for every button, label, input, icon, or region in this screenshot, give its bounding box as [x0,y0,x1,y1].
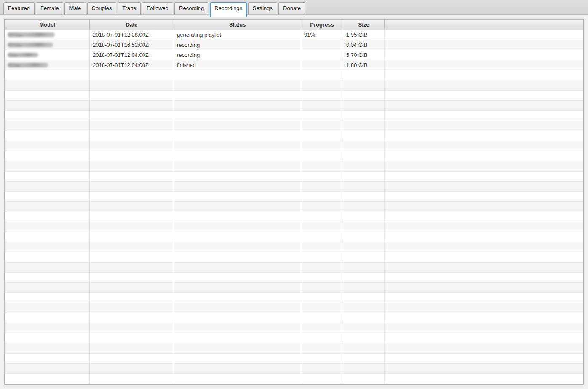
cell-model [5,293,90,303]
redacted-model-name [8,53,38,57]
tab-settings[interactable]: Settings [248,2,277,14]
cell-status [174,232,301,242]
cell-progress [301,273,343,282]
cell-progress [301,141,343,151]
cell-size [343,121,385,131]
cell-model [5,202,90,212]
cell-status [174,212,301,222]
table-row-empty [5,354,583,364]
cell-date [90,252,174,262]
cell-status [174,91,301,100]
cell-model [5,182,90,191]
cell-progress [301,283,343,292]
table-row-empty [5,141,583,151]
cell-filler [385,202,583,212]
column-header-status[interactable]: Status [174,20,301,30]
cell-date [90,151,174,161]
cell-progress [301,263,343,272]
cell-date [90,303,174,313]
cell-status [174,313,301,323]
cell-size [343,364,385,373]
cell-progress [301,343,343,353]
cell-model [5,303,90,313]
table-row-empty [5,151,583,161]
tab-donate[interactable]: Donate [278,2,305,14]
cell-progress [301,101,343,110]
cell-size: 1,80 GiB [343,60,385,70]
cell-date: 2018-07-01T16:52:00Z [90,40,174,50]
cell-filler [385,141,583,151]
cell-progress [301,121,343,131]
tab-recording[interactable]: Recording [174,2,208,14]
column-header-model[interactable]: Model [5,20,90,30]
cell-size [343,80,385,90]
cell-size [343,172,385,181]
cell-date [90,293,174,303]
tab-female[interactable]: Female [36,2,63,14]
table-row[interactable]: 2018-07-01T12:28:00Zgenerating playlist9… [5,30,583,40]
cell-progress [301,151,343,161]
column-header-size[interactable]: Size [343,20,385,30]
cell-model [5,141,90,151]
table-row[interactable]: 2018-07-01T12:04:00Zrecording5,70 GiB [5,50,583,60]
cell-progress [301,374,343,384]
table-row-empty [5,212,583,222]
tab-followed[interactable]: Followed [142,2,173,14]
cell-date [90,192,174,201]
table-row-empty [5,242,583,252]
cell-date [90,354,174,363]
cell-status [174,101,301,110]
cell-status [174,172,301,181]
table-row-empty [5,222,583,232]
table-row-empty [5,313,583,323]
cell-size [343,192,385,201]
cell-date [90,273,174,282]
cell-size [343,222,385,232]
cell-model [5,161,90,171]
cell-filler [385,333,583,343]
column-header-date[interactable]: Date [90,20,174,30]
tab-trans[interactable]: Trans [118,2,141,14]
cell-filler [385,30,583,40]
cell-model [5,80,90,90]
tab-male[interactable]: Male [64,2,86,14]
content-area: ModelDateStatusProgressSize 2018-07-01T1… [0,15,588,385]
cell-filler [385,172,583,181]
cell-status: recording [174,50,301,60]
cell-size [343,263,385,272]
cell-model [5,111,90,121]
tab-recordings[interactable]: Recordings [210,2,247,17]
cell-size [343,374,385,384]
cell-date [90,232,174,242]
column-header-progress[interactable]: Progress [301,20,343,30]
cell-status: generating playlist [174,30,301,40]
cell-progress [301,50,343,60]
cell-filler [385,161,583,171]
tab-couples[interactable]: Couples [87,2,117,14]
cell-model [5,364,90,373]
cell-status [174,131,301,141]
cell-size [343,252,385,262]
table-row-empty [5,283,583,293]
cell-progress [301,252,343,262]
cell-progress [301,80,343,90]
cell-model [5,222,90,232]
cell-filler [385,323,583,333]
table-row-empty [5,374,583,384]
table-header-row: ModelDateStatusProgressSize [5,20,583,30]
cell-status [174,70,301,80]
cell-progress [301,354,343,363]
cell-model [5,172,90,181]
table-row[interactable]: 2018-07-01T16:52:00Zrecording0,04 GiB [5,40,583,50]
cell-size: 0,04 GiB [343,40,385,50]
cell-model [5,50,90,60]
tab-featured[interactable]: Featured [3,2,35,14]
cell-progress [301,212,343,222]
cell-filler [385,303,583,313]
cell-progress [301,232,343,242]
table-row-empty [5,131,583,141]
table-row[interactable]: 2018-07-01T12:04:00Zfinished1,80 GiB [5,60,583,70]
cell-filler [385,263,583,272]
cell-date [90,242,174,252]
cell-size [343,151,385,161]
